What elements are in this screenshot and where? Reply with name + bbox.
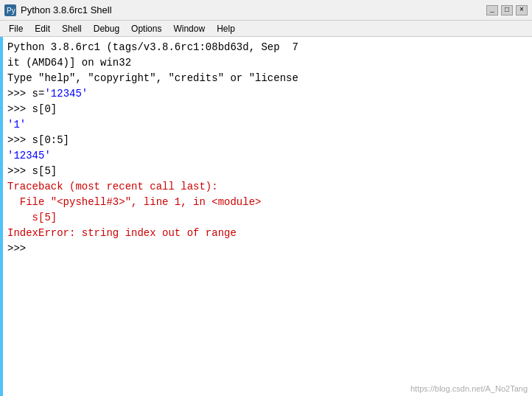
line-10: Traceback (most recent call last):: [7, 179, 528, 195]
line-8: '12345': [7, 148, 528, 164]
maximize-button[interactable]: □: [501, 5, 513, 15]
line-3: Type "help", "copyright", "credits" or "…: [7, 71, 528, 86]
title-bar: Py Python 3.8.6rc1 Shell _ □ ×: [0, 0, 532, 21]
menu-debug[interactable]: Debug: [88, 22, 125, 35]
menu-bar: File Edit Shell Debug Options Window Hel…: [0, 21, 532, 37]
minimize-button[interactable]: _: [486, 5, 498, 15]
close-button[interactable]: ×: [516, 5, 528, 15]
line-4: >>> s='12345': [7, 86, 528, 102]
line-5: >>> s[0]: [7, 102, 528, 117]
svg-text:Py: Py: [7, 7, 15, 15]
menu-help[interactable]: Help: [211, 22, 241, 35]
shell-content[interactable]: Python 3.8.6rc1 (tags/v3.8.6rc1:08bd63d,…: [0, 37, 532, 396]
menu-shell[interactable]: Shell: [56, 22, 88, 35]
menu-edit[interactable]: Edit: [29, 22, 56, 35]
line-12: s[5]: [7, 210, 528, 226]
line-7: >>> s[0:5]: [7, 133, 528, 148]
menu-file[interactable]: File: [3, 22, 29, 35]
title-bar-text: Python 3.8.6rc1 Shell: [21, 4, 112, 15]
line-2: it (AMD64)] on win32: [7, 55, 528, 71]
watermark: https://blog.csdn.net/A_No2Tang: [410, 384, 528, 393]
title-bar-controls: _ □ ×: [486, 5, 528, 15]
line-9: >>> s[5]: [7, 164, 528, 179]
python-icon: Py: [4, 4, 16, 16]
line-11: File "<pyshell#3>", line 1, in <module>: [7, 195, 528, 210]
line-1: Python 3.8.6rc1 (tags/v3.8.6rc1:08bd63d,…: [7, 40, 528, 55]
menu-options[interactable]: Options: [125, 22, 167, 35]
line-14: >>>: [7, 241, 528, 257]
menu-window[interactable]: Window: [167, 22, 211, 35]
line-6: '1': [7, 117, 528, 133]
line-13: IndexError: string index out of range: [7, 226, 528, 241]
